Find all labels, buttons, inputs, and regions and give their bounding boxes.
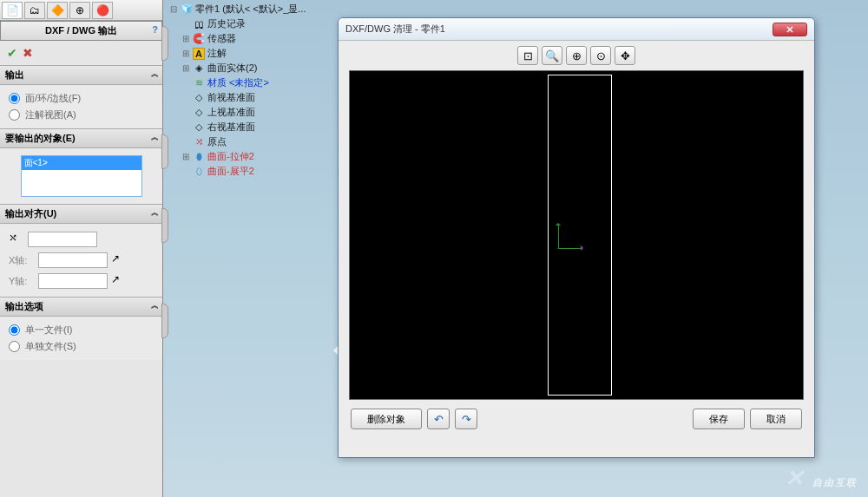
- tree-item-front-plane[interactable]: ◇前视基准面: [169, 90, 326, 105]
- undo-button[interactable]: ↶: [427, 409, 450, 429]
- surface-body-icon: ◈: [193, 62, 205, 75]
- section-output-header[interactable]: 输出 ︽: [0, 65, 162, 85]
- tree-item-right-plane[interactable]: ◇右视基准面: [169, 120, 326, 134]
- panel-tab-bar: 📄 🗂 🔶 ⊕ 🔴: [0, 0, 162, 21]
- tree-collapse-icon[interactable]: ⊟: [169, 4, 178, 14]
- material-icon: ≋: [193, 77, 205, 89]
- panel-title-text: DXF / DWG 输出: [45, 25, 117, 36]
- radio-multi-input[interactable]: [9, 341, 20, 352]
- radio-single-input[interactable]: [9, 324, 20, 336]
- zoom-area-button[interactable]: 🔍: [542, 46, 562, 65]
- section-align-body: ⤯ X轴:↗ Y轴:↗: [0, 224, 162, 297]
- radio-annotation[interactable]: 注解视图(A): [9, 107, 154, 123]
- plane-icon: ◇: [193, 92, 205, 104]
- delete-object-button[interactable]: 删除对象: [351, 409, 422, 429]
- property-panel: 📄 🗂 🔶 ⊕ 🔴 DXF / DWG 输出 ? ✔ ✖ 输出 ︽ 面/环/边线…: [0, 0, 163, 497]
- dialog-titlebar[interactable]: DXF/DWG 清理 - 零件1: [339, 18, 814, 41]
- cancel-icon[interactable]: ✖: [23, 46, 33, 60]
- tree-item-origin[interactable]: ⤮原点: [169, 134, 326, 149]
- zoom-fit-button[interactable]: ⊡: [517, 46, 538, 65]
- history-icon: 🕮: [193, 18, 205, 30]
- radio-multi-file[interactable]: 单独文件(S): [9, 338, 154, 355]
- radio-face-loop[interactable]: 面/环/边线(F): [9, 90, 154, 107]
- confirm-row: ✔ ✖: [0, 41, 162, 65]
- section-align-label: 输出对齐(U): [5, 208, 56, 219]
- part-icon: 🧊: [181, 3, 193, 16]
- tab-display-icon[interactable]: 🔶: [47, 2, 68, 19]
- plane-icon: ◇: [193, 121, 205, 134]
- tree-expand-icon[interactable]: ⊞: [181, 63, 190, 73]
- tab-render-icon[interactable]: 🔴: [92, 2, 113, 19]
- tab-config-icon[interactable]: 🗂: [24, 2, 45, 19]
- tree-expand-icon[interactable]: ⊞: [181, 152, 190, 161]
- x-axis-label: X轴:: [9, 254, 35, 267]
- close-icon: [786, 26, 793, 33]
- splitter-grip[interactable]: [161, 208, 168, 243]
- collapse-icon[interactable]: ︽: [151, 207, 159, 219]
- save-button[interactable]: 保存: [693, 409, 745, 429]
- sensor-icon: 🧲: [193, 33, 205, 45]
- tree-expand-icon[interactable]: ⊞: [181, 49, 190, 58]
- cleanup-dialog: DXF/DWG 清理 - 零件1 ⊡ 🔍 ⊕ ⊙ ✥ 删除对象 ↶ ↷ 保存 取…: [338, 17, 815, 458]
- redo-button[interactable]: ↷: [455, 409, 477, 429]
- y-axis-icon: [558, 224, 559, 248]
- tree-item-material[interactable]: ≋材质 <未指定>: [169, 75, 326, 90]
- flatten-icon: ⬯: [193, 166, 205, 178]
- section-objects-header[interactable]: 要输出的对象(E) ︽: [0, 128, 162, 148]
- zoom-in-button[interactable]: ⊕: [566, 46, 587, 65]
- tab-appearance-icon[interactable]: ⊕: [69, 2, 90, 19]
- flip-x-icon[interactable]: ↗: [111, 252, 127, 268]
- tree-item-annotations[interactable]: ⊞A注解: [169, 46, 326, 61]
- y-axis-input[interactable]: [38, 273, 108, 289]
- section-align-header[interactable]: 输出对齐(U) ︽: [0, 204, 162, 224]
- tree-item-top-plane[interactable]: ◇上视基准面: [169, 105, 326, 120]
- close-button[interactable]: [773, 23, 807, 36]
- section-output-body: 面/环/边线(F) 注解视图(A): [0, 85, 162, 128]
- origin-icon: ⤮: [193, 136, 205, 148]
- radio-single-file[interactable]: 单一文件(I): [9, 322, 154, 338]
- tree-item-extrude[interactable]: ⊞⬮曲面-拉伸2: [169, 149, 326, 164]
- panel-title: DXF / DWG 输出 ?: [0, 21, 162, 41]
- view-toolbar: ⊡ 🔍 ⊕ ⊙ ✥: [339, 41, 814, 70]
- origin-input[interactable]: [28, 232, 97, 247]
- tree-item-sensors[interactable]: ⊞🧲传感器: [169, 31, 326, 46]
- drawing-viewport[interactable]: [349, 70, 804, 400]
- watermark: ✕ 自由互联: [785, 465, 858, 492]
- section-options-header[interactable]: 输出选项 ︽: [0, 297, 162, 317]
- x-axis-input[interactable]: [38, 252, 108, 268]
- collapse-icon[interactable]: ︽: [151, 132, 159, 143]
- collapse-icon[interactable]: ︽: [151, 69, 159, 80]
- splitter-grip[interactable]: [161, 134, 168, 169]
- radio-annot-input[interactable]: [9, 109, 20, 121]
- dialog-title-text: DXF/DWG 清理 - 零件1: [345, 23, 445, 36]
- pan-button[interactable]: ✥: [615, 46, 635, 65]
- splitter-grip[interactable]: [161, 26, 168, 61]
- help-icon[interactable]: ?: [152, 24, 158, 35]
- dialog-footer: 删除对象 ↶ ↷ 保存 取消: [339, 400, 814, 438]
- ok-icon[interactable]: ✔: [7, 46, 17, 60]
- origin-icon[interactable]: ⤯: [9, 232, 24, 247]
- radio-face-input[interactable]: [9, 93, 20, 104]
- tree-item-surfaces[interactable]: ⊞◈曲面实体(2): [169, 61, 326, 75]
- collapse-icon[interactable]: ︽: [151, 300, 159, 311]
- x-axis-icon: [558, 248, 582, 249]
- y-axis-label: Y轴:: [9, 275, 35, 288]
- section-options-body: 单一文件(I) 单独文件(S): [0, 317, 162, 360]
- section-output-label: 输出: [5, 69, 24, 80]
- annotation-icon: A: [193, 48, 205, 60]
- extrude-icon: ⬮: [193, 151, 205, 163]
- list-item[interactable]: 面<1>: [22, 156, 141, 170]
- section-objects-label: 要输出的对象(E): [5, 133, 76, 143]
- watermark-text: 自由互联: [812, 477, 858, 487]
- cancel-button[interactable]: 取消: [750, 409, 802, 429]
- tree-root[interactable]: ⊟🧊零件1 (默认< <默认>_显...: [169, 2, 326, 16]
- tree-expand-icon[interactable]: ⊞: [181, 34, 190, 43]
- splitter-grip[interactable]: [161, 304, 168, 338]
- watermark-icon: ✕: [785, 465, 806, 491]
- zoom-select-button[interactable]: ⊙: [590, 46, 611, 65]
- tab-feature-icon[interactable]: 📄: [2, 2, 23, 19]
- tree-item-flatten[interactable]: ⬯曲面-展平2: [169, 164, 326, 179]
- flip-y-icon[interactable]: ↗: [111, 273, 127, 289]
- objects-listbox[interactable]: 面<1>: [21, 155, 142, 197]
- tree-item-history[interactable]: 🕮历史记录: [169, 16, 326, 31]
